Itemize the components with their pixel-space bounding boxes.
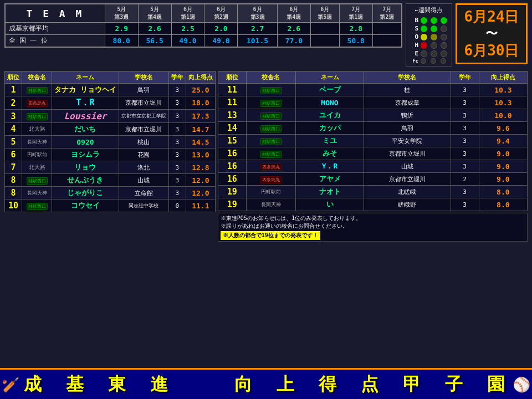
th-score-l: 向上得点 <box>186 71 215 84</box>
avg-w5: 2.7 <box>238 23 278 35</box>
name-5: 0920 <box>52 136 119 149</box>
th-station-l: 校舎名 <box>22 71 52 84</box>
nat-w7 <box>310 35 339 48</box>
grade-3: 3 <box>168 110 186 123</box>
rgrade-19b: 3 <box>451 198 479 211</box>
rschool-11a: 桂 <box>364 84 451 96</box>
rrank-13: 13 <box>218 109 246 122</box>
rschool-14: 鳥羽 <box>364 122 451 135</box>
o-dot-3 <box>441 34 447 40</box>
tables-section: 順位 校舎名 ネーム 学校名 学年 向上得点 1 桂駅西口 タナカ リョウヘイ … <box>0 69 532 244</box>
rstation-16a: 桂駅西口 <box>246 147 295 160</box>
rscore-11a: 10.3 <box>479 84 527 96</box>
rschool-19a: 北嵯峨 <box>364 186 451 198</box>
station-6: 円町駅前 <box>22 149 52 161</box>
rname-19b: い <box>295 198 364 211</box>
rgrade-15: 3 <box>451 135 479 147</box>
nat-w3: 49.0 <box>171 35 204 48</box>
name-10: コウセイ <box>52 200 119 212</box>
th-grade-r: 学年 <box>451 71 479 84</box>
name-6: ヨシムラ <box>52 149 119 161</box>
rscore-11b: 10.3 <box>479 96 527 109</box>
table-row: 6 円町駅前 ヨシムラ 花園 3 13.0 <box>5 149 216 161</box>
notes-section: ※東進POSのお知らせには、1位のみ発表しております。 ※誤りがあればお通いの校… <box>218 213 528 242</box>
station-8b: 長岡天神 <box>22 187 52 200</box>
score-3: 17.3 <box>186 110 215 123</box>
b-dot-1 <box>421 17 427 24</box>
name-4: だいち <box>52 123 119 136</box>
week-header-5: 6月第3週 <box>238 4 278 23</box>
school-6: 花園 <box>119 149 168 161</box>
rank-7: 7 <box>5 161 22 174</box>
rank-5: 5 <box>5 136 22 149</box>
th-name-l: ネーム <box>52 71 119 84</box>
school-7: 洛北 <box>119 161 168 174</box>
grade-10: 0 <box>168 200 186 212</box>
o-dot-1 <box>421 34 427 40</box>
b-dot-2 <box>431 17 437 24</box>
avg-w8: 2.8 <box>339 23 372 35</box>
rrank-11a: 11 <box>218 84 246 96</box>
week-header-7: 6月第5週 <box>310 4 339 23</box>
week-header-1: 5月第3週 <box>105 4 138 23</box>
h-dot-2 <box>431 42 437 49</box>
e-dot-3 <box>441 50 447 57</box>
rrank-16a: 16 <box>218 147 246 160</box>
rgrade-13: 3 <box>451 109 479 122</box>
rgrade-11b: 3 <box>451 96 479 109</box>
fc-dot-3 <box>441 58 446 64</box>
grade-2: 3 <box>168 96 186 110</box>
date-tilde: 〜 <box>463 25 520 42</box>
table-row: 5 長岡天神 0920 桃山 3 14.5 <box>5 136 216 149</box>
week-header-6: 6月第4週 <box>277 4 310 23</box>
score-7: 12.8 <box>186 161 215 174</box>
rscore-19a: 8.0 <box>479 186 527 198</box>
th-score-r: 向上得点 <box>479 71 527 84</box>
rgrade-14: 3 <box>451 122 479 135</box>
bsohe-indicator: ←週間得点 B S O H E Fc <box>406 3 452 66</box>
rname-13: ユイカ <box>295 109 364 122</box>
s-label: S <box>408 25 420 32</box>
table-row: 19 円町駅前 ナオト 北嵯峨 3 8.0 <box>218 186 527 198</box>
row-label-average: 成基京都平均 <box>5 23 105 35</box>
rrank-19b: 19 <box>218 198 246 211</box>
rstation-11b: 桂駅西口 <box>246 96 295 109</box>
rstation-14: 桂駅西口 <box>246 122 295 135</box>
station-8a: 桂駅西口 <box>22 174 52 187</box>
avg-w1: 2.9 <box>105 23 138 35</box>
week-header-2: 5月第4週 <box>138 4 171 23</box>
rscore-13: 10.0 <box>479 109 527 122</box>
rank-3: 3 <box>5 110 22 123</box>
table-row: 13 桂駅西口 ユイカ 鴨沂 3 10.0 <box>218 109 527 122</box>
table-row: 7 北大路 リョウ 洛北 3 12.8 <box>5 161 216 174</box>
rscore-16b: 9.0 <box>479 160 527 173</box>
date-to: 6月30日 <box>463 42 520 59</box>
baseball-right-icon: ⚾ <box>513 376 530 393</box>
th-rank-l: 順位 <box>5 71 22 84</box>
e-dot-2 <box>431 50 437 57</box>
rname-11a: ベーブ <box>295 84 364 96</box>
rank-8a: 8 <box>5 174 22 187</box>
rstation-13: 桂駅西口 <box>246 109 295 122</box>
name-8b: じゃがりこ <box>52 187 119 200</box>
rstation-16c: 四条烏丸 <box>246 173 295 186</box>
rrank-16c: 16 <box>218 173 246 186</box>
table-row: 4 北大路 だいち 京都市立堀川 3 14.7 <box>5 123 216 136</box>
rschool-19b: 嵯峨野 <box>364 198 451 211</box>
team-table-wrapper: T E A M 5月第3週 5月第4週 6月第1週 6月第2週 6月第3週 6月… <box>4 3 402 48</box>
h-dot-3 <box>441 42 447 49</box>
right-ranking-table: 順位 校舎名 ネーム 学校名 学年 向上得点 11 桂駅西口 ベーブ 桂 <box>218 71 528 211</box>
station-2: 四条烏丸 <box>22 96 52 110</box>
score-1: 25.0 <box>186 84 215 96</box>
score-8a: 12.0 <box>186 174 215 187</box>
station-5: 長岡天神 <box>22 136 52 149</box>
rank-1: 1 <box>5 84 22 96</box>
name-1: タナカ リョウヘイ <box>52 84 119 96</box>
b-label: B <box>408 17 420 24</box>
rank-2: 2 <box>5 96 22 110</box>
grade-5: 3 <box>168 136 186 149</box>
grade-8a: 3 <box>168 174 186 187</box>
name-8a: せんぷうき <box>52 174 119 187</box>
nat-w1: 80.0 <box>105 35 138 48</box>
rank-6: 6 <box>5 149 22 161</box>
